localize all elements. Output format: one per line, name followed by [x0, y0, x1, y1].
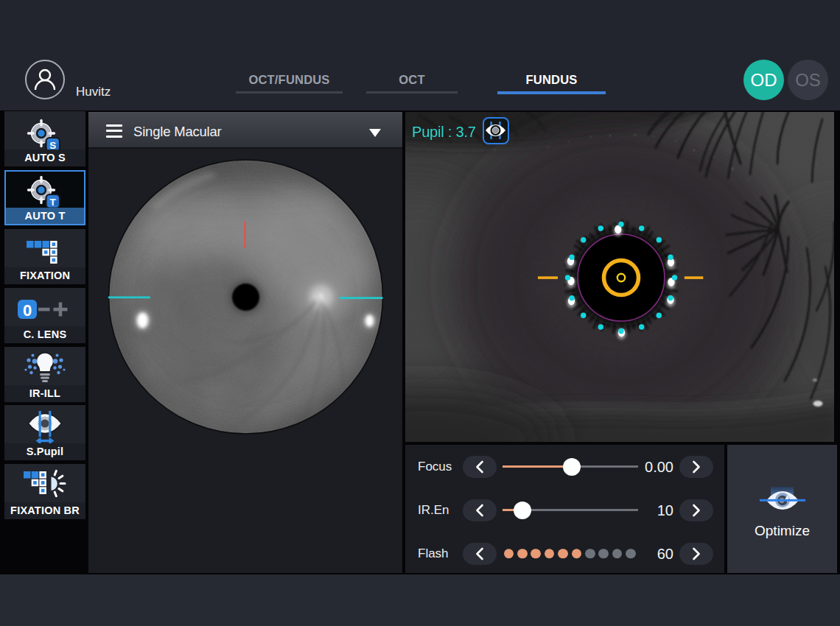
svg-text:T: T — [50, 197, 57, 208]
svg-text:0: 0 — [23, 300, 32, 319]
